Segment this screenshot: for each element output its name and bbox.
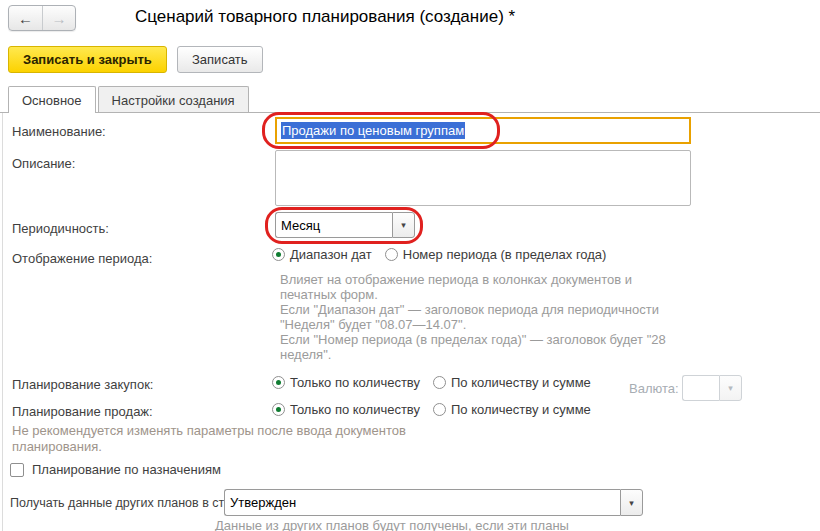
tab-creation-settings[interactable]: Настройки создания	[98, 86, 249, 113]
save-and-close-button[interactable]: Записать и закрыть	[8, 46, 167, 73]
arrow-left-icon: ←	[18, 10, 33, 27]
periodicity-label: Периодичность:	[12, 221, 109, 236]
other-plans-status-label: Получать данные других планов в статусе:	[10, 496, 259, 510]
radio-purchase-qty-sum-label: По количеству и сумме	[451, 375, 591, 390]
description-textarea[interactable]	[275, 150, 691, 206]
content-border	[2, 113, 3, 531]
name-input[interactable]: Продажи по ценовым группам	[275, 117, 691, 144]
currency-select[interactable]: ▾	[682, 375, 742, 401]
chevron-down-icon[interactable]: ▾	[719, 375, 742, 401]
radio-sales-qty-only-label: Только по количеству	[290, 402, 420, 417]
currency-value	[682, 375, 719, 401]
params-warning-text: Не рекомендуется изменять параметры посл…	[12, 423, 406, 455]
description-label: Описание:	[12, 156, 75, 171]
periodicity-value: Месяц	[275, 212, 392, 238]
radio-purchase-qty-only[interactable]: Только по количеству	[272, 375, 420, 390]
radio-sales-qty-only[interactable]: Только по количеству	[272, 402, 420, 417]
tab-bar: Основное Настройки создания	[8, 86, 251, 113]
back-button[interactable]: ←	[9, 6, 42, 30]
radio-unselected-icon	[433, 403, 446, 416]
assignment-planning-row: Планирование по назначениям	[10, 462, 221, 477]
period-display-radio-group: Диапазон дат Номер периода (в пределах г…	[272, 247, 606, 262]
radio-period-number[interactable]: Номер периода (в пределах года)	[385, 247, 607, 262]
radio-unselected-icon	[433, 376, 446, 389]
radio-selected-icon	[272, 248, 285, 261]
sales-planning-label: Планирование продаж:	[12, 404, 153, 419]
purchase-planning-radio-group: Только по количеству По количеству и сум…	[272, 375, 591, 390]
radio-selected-icon	[272, 403, 285, 416]
radio-period-number-label: Номер периода (в пределах года)	[403, 247, 607, 262]
periodicity-dropdown-button[interactable]: ▾	[392, 212, 415, 238]
name-input-selected-text: Продажи по ценовым группам	[281, 122, 465, 139]
radio-purchase-qty-only-label: Только по количеству	[290, 375, 420, 390]
currency-label: Валюта:	[629, 381, 679, 396]
radio-sales-qty-sum-label: По количеству и сумме	[451, 402, 591, 417]
tab-main[interactable]: Основное	[8, 86, 96, 113]
radio-selected-icon	[272, 376, 285, 389]
period-display-help: Влияет на отображение периода в колонках…	[280, 272, 666, 362]
radio-purchase-qty-sum[interactable]: По количеству и сумме	[433, 375, 591, 390]
forward-button[interactable]: →	[42, 6, 75, 30]
chevron-down-icon: ▾	[401, 220, 406, 230]
save-button[interactable]: Записать	[177, 46, 263, 73]
tab-separator	[0, 112, 820, 113]
period-display-label: Отображение периода:	[12, 251, 152, 266]
other-plans-help-text: Данные из других планов будут получены, …	[215, 518, 569, 531]
radio-unselected-icon	[385, 248, 398, 261]
periodicity-select[interactable]: Месяц ▾	[275, 212, 415, 238]
sales-planning-radio-group: Только по количеству По количеству и сум…	[272, 402, 591, 417]
chevron-down-glyph: ▾	[728, 383, 733, 393]
scenario-creation-window: ← → Сценарий товарного планирования (соз…	[0, 0, 820, 531]
other-plans-status-select[interactable]: Утвержден ▾	[224, 489, 643, 516]
radio-date-range[interactable]: Диапазон дат	[272, 247, 372, 262]
other-plans-status-value: Утвержден	[224, 489, 620, 516]
radio-date-range-label: Диапазон дат	[290, 247, 372, 262]
assignment-planning-checkbox[interactable]	[10, 463, 24, 477]
history-nav-group: ← →	[8, 5, 76, 31]
arrow-right-icon: →	[52, 10, 67, 27]
assignment-planning-label: Планирование по назначениям	[32, 462, 221, 477]
radio-sales-qty-sum[interactable]: По количеству и сумме	[433, 402, 591, 417]
other-plans-status-dropdown-button[interactable]: ▾	[620, 489, 643, 516]
name-label: Наименование:	[12, 124, 106, 139]
chevron-down-icon: ▾	[629, 498, 634, 508]
purchase-planning-label: Планирование закупок:	[12, 377, 153, 392]
page-title: Сценарий товарного планирования (создани…	[135, 7, 515, 27]
